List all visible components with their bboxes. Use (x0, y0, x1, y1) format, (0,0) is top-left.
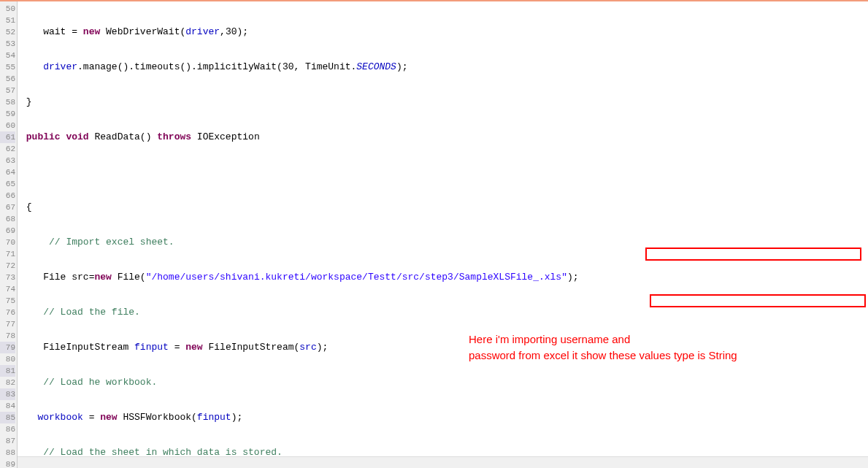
code-line (18, 166, 868, 178)
code-line: } (18, 96, 868, 108)
annotation-text: Here i'm importing username and password… (469, 331, 863, 364)
code-line: // Load the file. (18, 307, 868, 318)
highlight-box-1 (645, 248, 861, 261)
code-line: driver.manage().timeouts().implicitlyWai… (18, 61, 868, 73)
code-line: wait = new WebDriverWait(driver,30); (18, 26, 868, 38)
code-line: File src=new File("/home/users/shivani.k… (18, 272, 868, 283)
code-line: // Import excel sheet. (18, 237, 868, 248)
code-editor: wait = new WebDriverWait(driver,30); dri… (18, 1, 868, 468)
line-number-gutter: 5051525354555657585960616263646566676869… (0, 1, 18, 468)
code-line: { (18, 202, 868, 213)
highlight-box-2 (650, 294, 866, 307)
code-line: // Load he workbook. (18, 377, 868, 388)
code-line: public void ReadData() throws IOExceptio… (18, 131, 868, 143)
horizontal-scrollbar[interactable] (18, 456, 868, 468)
code-line: workbook = new HSSFWorkbook(finput); (18, 412, 868, 423)
